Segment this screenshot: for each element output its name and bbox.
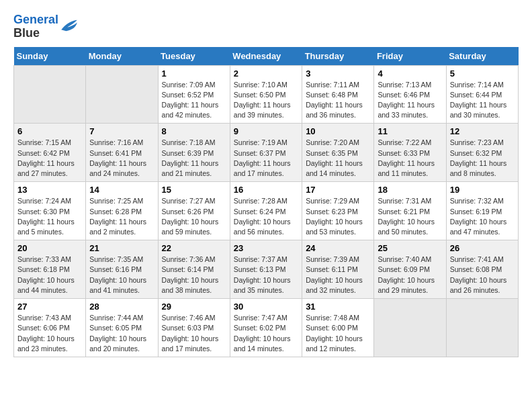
day-info: Sunrise: 7:09 AMSunset: 6:52 PMDaylight:… (162, 80, 226, 121)
day-info: Sunrise: 7:11 AMSunset: 6:48 PMDaylight:… (306, 80, 370, 121)
calendar-cell: 24Sunrise: 7:39 AMSunset: 6:11 PMDayligh… (302, 240, 374, 299)
calendar-week-row: 27Sunrise: 7:43 AMSunset: 6:06 PMDayligh… (14, 299, 519, 357)
calendar-cell: 4Sunrise: 7:13 AMSunset: 6:46 PMDaylight… (374, 65, 446, 124)
day-info: Sunrise: 7:44 AMSunset: 6:05 PMDaylight:… (89, 313, 154, 354)
day-info: Sunrise: 7:28 AMSunset: 6:24 PMDaylight:… (234, 196, 298, 237)
calendar-cell: 9Sunrise: 7:19 AMSunset: 6:37 PMDaylight… (230, 124, 302, 182)
day-number: 11 (378, 126, 442, 136)
day-number: 8 (162, 126, 226, 136)
day-info: Sunrise: 7:24 AMSunset: 6:30 PMDaylight:… (17, 196, 82, 237)
calendar-cell: 28Sunrise: 7:44 AMSunset: 6:05 PMDayligh… (86, 299, 158, 357)
weekday-header-row: SundayMondayTuesdayWednesdayThursdayFrid… (14, 47, 519, 66)
calendar-cell: 11Sunrise: 7:22 AMSunset: 6:33 PMDayligh… (374, 124, 446, 182)
day-number: 19 (450, 185, 515, 195)
day-number: 9 (234, 126, 298, 136)
calendar-week-row: 13Sunrise: 7:24 AMSunset: 6:30 PMDayligh… (14, 182, 519, 240)
day-info: Sunrise: 7:14 AMSunset: 6:44 PMDaylight:… (450, 80, 515, 121)
day-info: Sunrise: 7:36 AMSunset: 6:14 PMDaylight:… (162, 255, 226, 295)
calendar-cell: 8Sunrise: 7:18 AMSunset: 6:39 PMDaylight… (158, 124, 230, 182)
day-number: 21 (89, 243, 154, 253)
day-number: 24 (306, 243, 370, 253)
day-number: 28 (89, 302, 154, 312)
day-number: 29 (162, 302, 226, 312)
day-number: 17 (306, 185, 370, 195)
calendar-cell: 15Sunrise: 7:27 AMSunset: 6:26 PMDayligh… (158, 182, 230, 240)
day-number: 1 (162, 68, 226, 79)
calendar-cell: 29Sunrise: 7:46 AMSunset: 6:03 PMDayligh… (158, 299, 230, 357)
day-info: Sunrise: 7:39 AMSunset: 6:11 PMDaylight:… (306, 255, 370, 295)
day-number: 18 (378, 185, 442, 195)
day-info: Sunrise: 7:31 AMSunset: 6:21 PMDaylight:… (378, 196, 442, 237)
calendar-week-row: 20Sunrise: 7:33 AMSunset: 6:18 PMDayligh… (14, 240, 519, 299)
day-number: 2 (234, 68, 298, 79)
day-number: 12 (450, 126, 515, 136)
calendar-cell: 7Sunrise: 7:16 AMSunset: 6:41 PMDaylight… (86, 124, 158, 182)
day-info: Sunrise: 7:47 AMSunset: 6:02 PMDaylight:… (234, 313, 298, 354)
calendar-cell: 18Sunrise: 7:31 AMSunset: 6:21 PMDayligh… (374, 182, 446, 240)
day-number: 14 (89, 185, 154, 195)
day-number: 25 (378, 243, 442, 253)
day-number: 3 (306, 68, 370, 79)
calendar-cell: 14Sunrise: 7:25 AMSunset: 6:28 PMDayligh… (86, 182, 158, 240)
day-number: 26 (450, 243, 515, 253)
calendar-cell: 30Sunrise: 7:47 AMSunset: 6:02 PMDayligh… (230, 299, 302, 357)
day-number: 4 (378, 68, 442, 79)
day-info: Sunrise: 7:22 AMSunset: 6:33 PMDaylight:… (378, 138, 442, 179)
calendar-cell: 5Sunrise: 7:14 AMSunset: 6:44 PMDaylight… (446, 65, 518, 124)
weekday-header-monday: Monday (86, 47, 158, 66)
day-info: Sunrise: 7:27 AMSunset: 6:26 PMDaylight:… (162, 196, 226, 237)
day-number: 16 (234, 185, 298, 195)
calendar-table: SundayMondayTuesdayWednesdayThursdayFrid… (13, 47, 519, 357)
day-number: 23 (234, 243, 298, 253)
day-number: 15 (162, 185, 226, 195)
weekday-header-sunday: Sunday (14, 47, 86, 66)
day-info: Sunrise: 7:32 AMSunset: 6:19 PMDaylight:… (450, 196, 515, 237)
day-info: Sunrise: 7:40 AMSunset: 6:09 PMDaylight:… (378, 255, 442, 295)
day-info: Sunrise: 7:41 AMSunset: 6:08 PMDaylight:… (450, 255, 515, 295)
calendar-cell: 17Sunrise: 7:29 AMSunset: 6:23 PMDayligh… (302, 182, 374, 240)
day-number: 30 (234, 302, 298, 312)
day-info: Sunrise: 7:16 AMSunset: 6:41 PMDaylight:… (89, 138, 154, 179)
calendar-cell: 6Sunrise: 7:15 AMSunset: 6:42 PMDaylight… (14, 124, 86, 182)
day-info: Sunrise: 7:13 AMSunset: 6:46 PMDaylight:… (378, 80, 442, 121)
day-number: 10 (306, 126, 370, 136)
calendar-cell: 20Sunrise: 7:33 AMSunset: 6:18 PMDayligh… (14, 240, 86, 299)
calendar-cell: 1Sunrise: 7:09 AMSunset: 6:52 PMDaylight… (158, 65, 230, 124)
calendar-cell: 25Sunrise: 7:40 AMSunset: 6:09 PMDayligh… (374, 240, 446, 299)
calendar-cell: 10Sunrise: 7:20 AMSunset: 6:35 PMDayligh… (302, 124, 374, 182)
day-info: Sunrise: 7:25 AMSunset: 6:28 PMDaylight:… (89, 196, 154, 237)
day-info: Sunrise: 7:23 AMSunset: 6:32 PMDaylight:… (450, 138, 515, 179)
day-number: 20 (17, 243, 82, 253)
weekday-header-friday: Friday (374, 47, 446, 66)
calendar-week-row: 6Sunrise: 7:15 AMSunset: 6:42 PMDaylight… (14, 124, 519, 182)
day-info: Sunrise: 7:48 AMSunset: 6:00 PMDaylight:… (306, 313, 370, 354)
calendar-week-row: 1Sunrise: 7:09 AMSunset: 6:52 PMDaylight… (14, 65, 519, 124)
day-number: 22 (162, 243, 226, 253)
day-number: 31 (306, 302, 370, 312)
weekday-header-wednesday: Wednesday (230, 47, 302, 66)
calendar-cell: 13Sunrise: 7:24 AMSunset: 6:30 PMDayligh… (14, 182, 86, 240)
calendar-cell (86, 65, 158, 124)
calendar-cell (446, 299, 518, 357)
calendar-cell (374, 299, 446, 357)
day-info: Sunrise: 7:43 AMSunset: 6:06 PMDaylight:… (17, 313, 82, 354)
calendar-cell: 22Sunrise: 7:36 AMSunset: 6:14 PMDayligh… (158, 240, 230, 299)
day-info: Sunrise: 7:37 AMSunset: 6:13 PMDaylight:… (234, 255, 298, 295)
weekday-header-saturday: Saturday (446, 47, 518, 66)
day-info: Sunrise: 7:33 AMSunset: 6:18 PMDaylight:… (17, 255, 82, 295)
day-number: 7 (89, 126, 154, 136)
calendar-cell: 19Sunrise: 7:32 AMSunset: 6:19 PMDayligh… (446, 182, 518, 240)
calendar-cell: 31Sunrise: 7:48 AMSunset: 6:00 PMDayligh… (302, 299, 374, 357)
day-info: Sunrise: 7:15 AMSunset: 6:42 PMDaylight:… (17, 138, 82, 179)
calendar-cell: 2Sunrise: 7:10 AMSunset: 6:50 PMDaylight… (230, 65, 302, 124)
day-info: Sunrise: 7:19 AMSunset: 6:37 PMDaylight:… (234, 138, 298, 179)
day-info: Sunrise: 7:46 AMSunset: 6:03 PMDaylight:… (162, 313, 226, 354)
logo: GeneralBlue (13, 13, 79, 40)
day-number: 5 (450, 68, 515, 79)
day-number: 6 (17, 126, 82, 136)
calendar-cell: 27Sunrise: 7:43 AMSunset: 6:06 PMDayligh… (14, 299, 86, 357)
page-header: GeneralBlue (13, 13, 519, 40)
weekday-header-tuesday: Tuesday (158, 47, 230, 66)
day-info: Sunrise: 7:29 AMSunset: 6:23 PMDaylight:… (306, 196, 370, 237)
logo-text: GeneralBlue (13, 13, 58, 40)
